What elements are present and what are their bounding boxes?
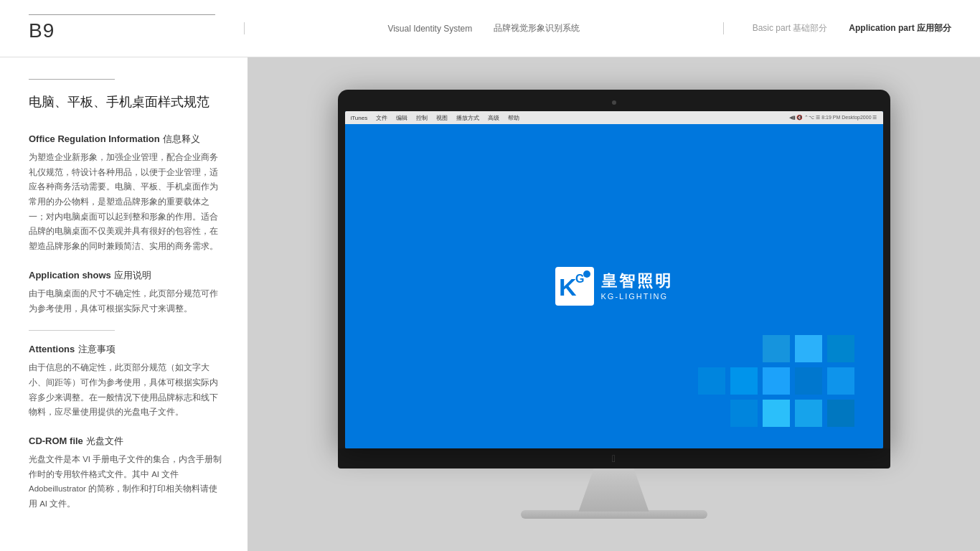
section-top-rule: [29, 79, 115, 80]
brand-en: KG-LIGHTING: [601, 292, 673, 301]
brand-logo-area: K G 皇智照明 KG-LIGHTING: [555, 267, 673, 306]
section1-title-en: Office Regulation Information: [29, 133, 160, 144]
svg-text:K: K: [559, 273, 577, 301]
menu-itunes: iTunes: [351, 115, 368, 121]
application-part-label: Application part 应用部分: [849, 22, 951, 34]
header-left: B9: [29, 14, 215, 42]
section4-title-cn: 光盘文件: [86, 435, 123, 446]
vis-label-en: Visual Identity System: [387, 24, 472, 34]
imac-chin: : [338, 448, 890, 468]
imac-camera: [612, 100, 616, 105]
section3-title-cn: 注意事项: [78, 344, 116, 354]
section-cdrom: CD-ROM file 光盘文件 光盘文件是本 VI 手册电子文件的集合，内含手…: [29, 434, 222, 512]
page-number: B9: [29, 19, 215, 42]
imac-menubar: iTunes 文件 编辑 控制 视图 播放方式 高级 帮助 ◀▮ 🔇 ⌃⌥ ☰ …: [345, 111, 883, 124]
section4-body: 光盘文件是本 VI 手册电子文件的集合，内含手册制作时的专用软件格式文件。其中 …: [29, 452, 222, 512]
section-office: Office Regulation Information 信息释义 为塑造企业…: [29, 132, 222, 254]
menu-playback: 播放方式: [456, 114, 479, 122]
menu-advanced: 高级: [488, 114, 499, 122]
section1-title-cn: 信息释义: [163, 133, 200, 144]
header-right: Basic part 基础部分 Application part 应用部分: [753, 22, 951, 34]
section-attentions: Attentions 注意事项 由于信息的不确定性，此页部分规范（如文字大小、间…: [29, 342, 222, 420]
section2-title-cn: 应用说明: [114, 270, 151, 281]
menu-help: 帮助: [508, 114, 519, 122]
right-panel: iTunes 文件 编辑 控制 视图 播放方式 高级 帮助 ◀▮ 🔇 ⌃⌥ ☰ …: [248, 57, 980, 551]
main-layout: 电脑、平板、手机桌面样式规范 Office Regulation Informa…: [0, 57, 980, 551]
section1-body: 为塑造企业新形象，加强企业管理，配合企业商务礼仪规范，特设计各种用品，以便于企业…: [29, 150, 222, 254]
section2-body: 由于电脑桌面的尺寸不确定性，此页部分规范可作为参考使用，具体可根据实际尺寸来调整…: [29, 286, 222, 316]
basic-part-label: Basic part 基础部分: [753, 22, 828, 34]
menu-edit: 编辑: [396, 114, 407, 122]
svg-text:G: G: [575, 273, 584, 285]
left-panel: 电脑、平板、手机桌面样式规范 Office Regulation Informa…: [0, 57, 248, 551]
section3-title-en: Attentions: [29, 344, 75, 354]
imac-content: K G 皇智照明 KG-LIGHTING: [345, 124, 883, 448]
imac-stand: [564, 468, 664, 512]
main-title: 电脑、平板、手机桌面样式规范: [29, 93, 222, 112]
header-rule: [29, 14, 215, 15]
imac-screen: iTunes 文件 编辑 控制 视图 播放方式 高级 帮助 ◀▮ 🔇 ⌃⌥ ☰ …: [345, 111, 883, 448]
imac-top-bar: [345, 97, 883, 108]
imac-screen-outer: iTunes 文件 编辑 控制 视图 播放方式 高级 帮助 ◀▮ 🔇 ⌃⌥ ☰ …: [338, 90, 890, 448]
menu-view: 视图: [436, 114, 448, 122]
section2-title-en: Application shows: [29, 270, 111, 281]
section3-body: 由于信息的不确定性，此页部分规范（如文字大小、间距等）可作为参考使用，具体可根据…: [29, 360, 222, 420]
kg-logo-icon: K G: [555, 267, 594, 306]
brand-logo-main: K G 皇智照明 KG-LIGHTING: [555, 267, 673, 306]
section-application-header: Application shows 应用说明: [29, 268, 222, 282]
menu-controls: 控制: [416, 114, 428, 122]
header: B9 Visual Identity System 品牌视觉形象识别系统 Bas…: [0, 0, 980, 57]
menu-file: 文件: [376, 114, 387, 122]
section-application: Application shows 应用说明 由于电脑桌面的尺寸不确定性，此页部…: [29, 268, 222, 316]
section-mid-divider: [29, 330, 115, 331]
vis-label-cn: 品牌视觉形象识别系统: [494, 22, 580, 34]
header-center-inner: Visual Identity System 品牌视觉形象识别系统: [387, 22, 580, 34]
brand-cn: 皇智照明: [601, 272, 673, 291]
section-office-header: Office Regulation Information 信息释义: [29, 132, 222, 146]
apple-logo-icon: : [612, 453, 616, 464]
brand-text-block: 皇智照明 KG-LIGHTING: [601, 272, 673, 301]
section-attentions-header: Attentions 注意事项: [29, 342, 222, 356]
svg-point-3: [583, 270, 590, 278]
imac-wrapper: iTunes 文件 编辑 控制 视图 播放方式 高级 帮助 ◀▮ 🔇 ⌃⌥ ☰ …: [338, 90, 890, 519]
menu-right-time: ◀▮ 🔇 ⌃⌥ ☰ 8:19 PM Desktop2000 ☰: [789, 115, 877, 121]
section4-title-en: CD-ROM file: [29, 435, 83, 446]
deco-squares: [682, 305, 883, 448]
header-center: Visual Identity System 品牌视觉形象识别系统: [244, 22, 724, 34]
section-cdrom-header: CD-ROM file 光盘文件: [29, 434, 222, 448]
